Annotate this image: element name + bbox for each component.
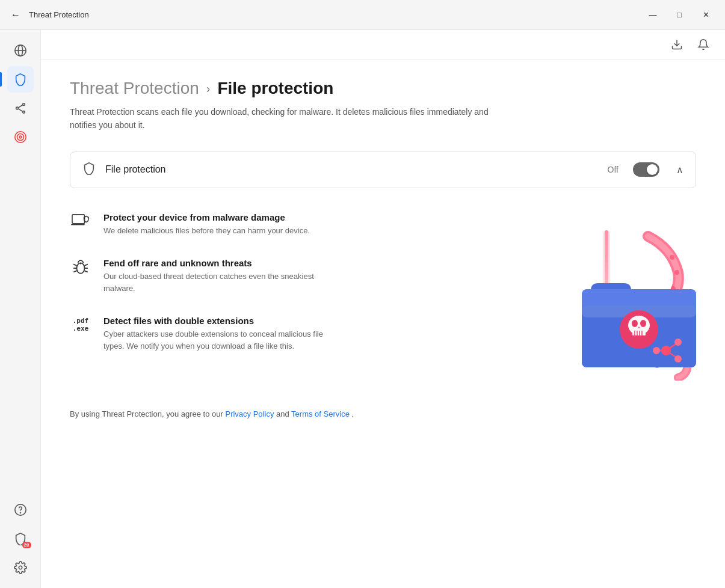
svg-line-21 [84, 265, 87, 266]
feature-double-ext-desc: Cyber attackers use double extensions to… [103, 328, 332, 352]
svg-point-48 [674, 338, 682, 346]
sidebar-item-settings[interactable] [7, 554, 34, 581]
svg-point-4 [16, 107, 18, 109]
page-title: File protection [217, 79, 333, 98]
threat-illustration [528, 212, 696, 381]
legal-text: By using Threat Protection, you agree to… [70, 409, 696, 418]
toggle-card-header: File protection Off ∧ [70, 152, 696, 188]
notifications-button[interactable] [694, 35, 713, 54]
feature-double-ext-text: Detect files with double extensions Cybe… [103, 316, 332, 352]
titlebar: ← Threat Protection — □ ✕ [0, 0, 725, 30]
svg-line-18 [73, 265, 76, 266]
privacy-policy-link[interactable]: Privacy Policy [225, 409, 274, 418]
sidebar-item-help[interactable] [7, 497, 34, 523]
pdf-exe-label: .pdf .exe [73, 317, 89, 332]
laptop-shield-icon [70, 213, 91, 230]
sidebar-item-target[interactable] [7, 124, 34, 150]
svg-point-13 [19, 566, 22, 569]
feature-malware: Protect your device from malware damage … [70, 212, 504, 237]
feature-unknown-title: Fend off rare and unknown threats [103, 258, 332, 268]
svg-line-23 [84, 271, 87, 272]
legal-conjunction: and [276, 409, 291, 418]
feature-unknown-text: Fend off rare and unknown threats Our cl… [103, 258, 332, 294]
sidebar-item-mesh[interactable] [7, 95, 34, 121]
svg-point-10 [19, 136, 22, 138]
feature-malware-desc: We delete malicious files before they ca… [103, 225, 310, 237]
sidebar-item-globe[interactable] [7, 37, 34, 64]
breadcrumb: Threat Protection › File protection [70, 79, 696, 98]
features-container: Protect your device from malware damage … [70, 212, 696, 381]
breadcrumb-chevron: › [206, 82, 211, 96]
toggle-status-label: Off [608, 165, 619, 174]
svg-point-50 [653, 347, 660, 354]
titlebar-title: Threat Protection [29, 10, 641, 19]
terms-link[interactable]: Terms of Service [291, 409, 350, 418]
svg-line-7 [18, 109, 22, 112]
sidebar-item-shield[interactable] [7, 66, 34, 93]
sidebar: 20 [0, 30, 41, 588]
download-button[interactable] [667, 35, 686, 54]
svg-line-20 [73, 271, 76, 272]
toggle-card-title: File protection [105, 164, 598, 175]
sidebar-item-shield-notifications[interactable]: 20 [7, 525, 34, 552]
feature-double-ext-title: Detect files with double extensions [103, 316, 332, 326]
svg-point-12 [20, 513, 20, 513]
toggle-collapse-button[interactable]: ∧ [676, 164, 683, 176]
content-header [41, 30, 725, 60]
app-body: 20 [0, 30, 725, 588]
svg-rect-15 [72, 215, 85, 224]
svg-point-5 [22, 111, 25, 114]
legal-prefix: By using Threat Protection, you agree to… [70, 409, 225, 418]
svg-point-49 [674, 355, 682, 363]
breadcrumb-parent: Threat Protection [70, 79, 199, 98]
svg-point-38 [640, 320, 646, 327]
page-description: Threat Protection scans each file you do… [70, 105, 491, 132]
svg-point-9 [17, 134, 23, 141]
feature-malware-title: Protect your device from malware damage [103, 212, 310, 222]
feature-unknown-threats: Fend off rare and unknown threats Our cl… [70, 258, 504, 294]
file-protection-toggle[interactable] [633, 162, 659, 177]
feature-malware-text: Protect your device from malware damage … [103, 212, 310, 237]
svg-point-37 [632, 320, 638, 327]
window-controls: — □ ✕ [641, 5, 718, 25]
svg-line-6 [18, 105, 22, 108]
main-content: Threat Protection › File protection Thre… [41, 30, 725, 588]
file-protection-icon [82, 162, 96, 178]
svg-point-27 [670, 255, 674, 260]
svg-point-3 [22, 103, 25, 106]
maximize-button[interactable]: □ [667, 5, 691, 25]
page-content-area: Threat Protection › File protection Thre… [41, 60, 725, 588]
back-button[interactable]: ← [7, 7, 24, 23]
bug-icon [70, 259, 91, 276]
feature-unknown-desc: Our cloud-based threat detection catches… [103, 271, 332, 294]
close-button[interactable]: ✕ [694, 5, 718, 25]
svg-point-17 [77, 263, 85, 274]
minimize-button[interactable]: — [641, 5, 665, 25]
features-list: Protect your device from malware damage … [70, 212, 504, 352]
feature-double-ext: .pdf .exe Detect files with double exten… [70, 316, 504, 352]
svg-point-8 [14, 132, 25, 142]
file-protection-card: File protection Off ∧ [70, 152, 696, 188]
legal-suffix: . [352, 409, 354, 418]
pdf-exe-icon: .pdf .exe [70, 317, 91, 332]
svg-point-28 [674, 270, 679, 275]
notification-badge: 20 [22, 542, 31, 548]
